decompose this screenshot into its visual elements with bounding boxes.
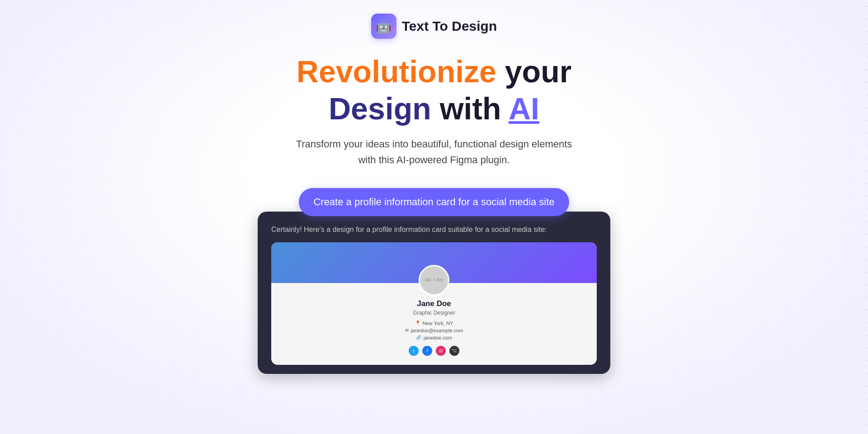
word-design: Design (329, 91, 431, 126)
social-icons: t f ◎ ⌥ (405, 346, 463, 356)
ai-response-card: Certainly! Here's a design for a profile… (258, 212, 610, 374)
profile-name: Jane Doe (405, 299, 463, 308)
profile-card-preview: 300 × 300 Jane Doe Graphic Designer 📍 Ne… (271, 242, 597, 365)
user-message-bubble: Create a profile information card for a … (299, 188, 569, 216)
twitter-icon: t (409, 346, 419, 356)
profile-email: janedoe@example.com (411, 328, 463, 333)
facebook-icon: f (422, 346, 432, 356)
chat-container: Create a profile information card for a … (258, 188, 610, 374)
profile-website: janedoe.com (424, 335, 452, 340)
profile-info: Jane Doe Graphic Designer 📍 New York, NY… (396, 299, 472, 356)
instagram-icon: ◎ (436, 346, 446, 356)
profile-card-banner: 300 × 300 (271, 242, 597, 283)
word-revolutionize: Revolutionize (297, 54, 496, 89)
subtitle: Transform your ideas into beautiful, fun… (294, 136, 574, 168)
profile-location-row: 📍 New York, NY (415, 321, 453, 326)
profile-email-row: ✉ janedoe@example.com (405, 328, 463, 333)
app-title: Text To Design (402, 19, 497, 34)
ai-response-text: Certainly! Here's a design for a profile… (271, 224, 597, 235)
logo-icon: 🤖 (371, 14, 396, 39)
word-your: your (505, 54, 571, 89)
profile-details: 📍 New York, NY ✉ janedoe@example.com 🔗 j… (405, 321, 463, 340)
profile-avatar: 300 × 300 (419, 265, 449, 296)
github-icon: ⌥ (449, 346, 459, 356)
email-icon: ✉ (405, 328, 409, 333)
profile-location: New York, NY (423, 321, 453, 326)
profile-website-row: 🔗 janedoe.com (416, 335, 452, 340)
header: 🤖 Text To Design (371, 14, 497, 39)
hero-line2: Design with AI (297, 90, 571, 127)
word-ai: AI (509, 91, 539, 126)
word-with: with (440, 91, 509, 126)
location-icon: 📍 (415, 321, 420, 326)
profile-job-title: Graphic Designer (405, 310, 463, 316)
hero-text: Revolutionize your Design with AI (297, 53, 571, 127)
hero-line1: Revolutionize your (297, 53, 571, 90)
main-content: 🤖 Text To Design Revolutionize your Desi… (0, 0, 868, 374)
link-icon: 🔗 (416, 335, 421, 340)
